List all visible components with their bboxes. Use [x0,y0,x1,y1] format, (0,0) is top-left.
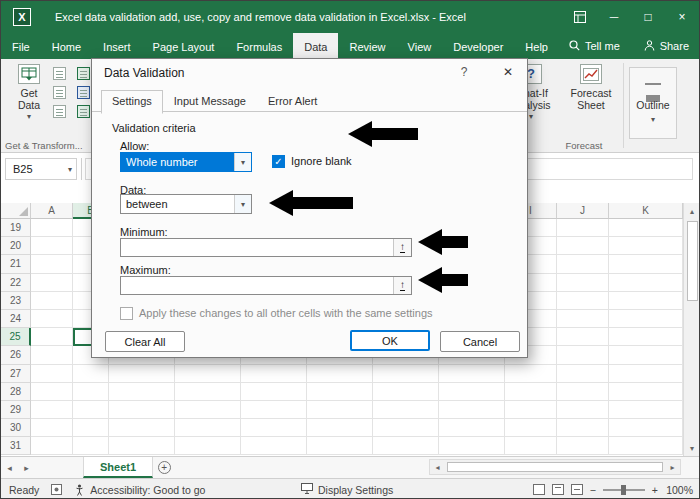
column-header-a[interactable]: A [31,203,73,219]
ribbon-tab-insert[interactable]: Insert [92,33,142,59]
grid-cell-j26[interactable] [557,346,609,364]
ribbon-tab-view[interactable]: View [397,33,443,59]
grid-cell-a28[interactable] [31,383,73,401]
row-header-23[interactable]: 23 [1,292,31,310]
grid-cell-a30[interactable] [31,419,73,437]
vertical-scrollbar[interactable]: ▴ ▾ [683,203,700,456]
grid-cell-h29[interactable] [439,401,505,419]
grid-cell-e28[interactable] [241,383,307,401]
maximize-button[interactable]: □ [631,1,665,33]
zoom-slider-thumb[interactable] [621,485,626,495]
grid-cell-k26[interactable] [609,346,683,364]
minimize-button[interactable]: ─ [597,1,631,33]
row-header-22[interactable]: 22 [1,274,31,292]
grid-cell-f27[interactable] [307,365,373,383]
grid-cell-j22[interactable] [557,274,609,292]
grid-cell-h28[interactable] [439,383,505,401]
grid-cell-c31[interactable] [109,437,175,455]
maximum-field[interactable]: ↑ [120,276,412,295]
grid-cell-k30[interactable] [609,419,683,437]
grid-cell-j25[interactable] [557,328,609,346]
outline-button[interactable]: Outline ▾ [629,67,677,139]
grid-cell-f29[interactable] [307,401,373,419]
apply-changes-checkbox[interactable] [120,307,133,320]
row-header-31[interactable]: 31 [1,437,31,455]
accessibility-status[interactable]: Accessibility: Good to go [90,484,205,496]
chevron-down-icon[interactable]: ▾ [234,153,251,171]
grid-cell-e30[interactable] [241,419,307,437]
grid-cell-a19[interactable] [31,219,73,237]
row-header-20[interactable]: 20 [1,237,31,255]
grid-cell-e29[interactable] [241,401,307,419]
zoom-level[interactable]: 100% [665,484,693,496]
recent-sources-icon[interactable] [53,86,66,99]
grid-cell-g28[interactable] [373,383,439,401]
clear-all-button[interactable]: Clear All [105,331,185,352]
grid-cell-b29[interactable] [73,401,109,419]
ignore-blank-checkbox[interactable]: ✓ [272,155,285,168]
maximum-input[interactable] [121,277,393,294]
dialog-tab-settings[interactable]: Settings [101,90,163,114]
normal-view-icon[interactable] [533,484,545,495]
grid-cell-c30[interactable] [109,419,175,437]
row-header-29[interactable]: 29 [1,401,31,419]
grid-cell-d28[interactable] [175,383,241,401]
close-button[interactable]: × [665,1,699,33]
scroll-up-icon[interactable]: ▴ [684,203,700,219]
ribbon-tab-file[interactable]: File [1,33,41,59]
grid-cell-i30[interactable] [505,419,557,437]
grid-cell-i27[interactable] [505,365,557,383]
column-header-j[interactable]: J [557,203,609,219]
new-sheet-button[interactable]: + [153,457,175,478]
horizontal-scrollbar[interactable]: ◂ ▸ [429,459,681,475]
ribbon-tab-page-layout[interactable]: Page Layout [142,33,226,59]
grid-cell-i28[interactable] [505,383,557,401]
grid-cell-e27[interactable] [241,365,307,383]
grid-cell-a21[interactable] [31,255,73,273]
table-icon[interactable] [77,67,90,80]
grid-cell-f30[interactable] [307,419,373,437]
dialog-help-button[interactable]: ? [453,62,475,82]
grid-cell-a22[interactable] [31,274,73,292]
grid-cell-k27[interactable] [609,365,683,383]
column-header-k[interactable]: K [609,203,683,219]
display-settings[interactable]: Display Settings [301,483,393,496]
accessibility-icon[interactable] [74,484,85,496]
tell-me-box[interactable]: Tell me [559,33,630,59]
row-header-25[interactable]: 25 [1,328,31,346]
dialog-tab-input-message[interactable]: Input Message [163,90,257,114]
grid-cell-j30[interactable] [557,419,609,437]
grid-cell-k22[interactable] [609,274,683,292]
grid-cell-g30[interactable] [373,419,439,437]
ribbon-tab-developer[interactable]: Developer [442,33,514,59]
grid-cell-d27[interactable] [175,365,241,383]
grid-cell-d31[interactable] [175,437,241,455]
grid-cell-c29[interactable] [109,401,175,419]
grid-cell-b31[interactable] [73,437,109,455]
grid-cell-g29[interactable] [373,401,439,419]
grid-cell-a23[interactable] [31,292,73,310]
ribbon-tab-review[interactable]: Review [338,33,396,59]
existing-connections-icon[interactable] [77,86,90,99]
grid-cell-a31[interactable] [31,437,73,455]
zoom-out-icon[interactable]: − [590,484,596,496]
sheet-nav-right-icon[interactable]: ▸ [18,457,35,478]
grid-cell-k21[interactable] [609,255,683,273]
grid-cell-a29[interactable] [31,401,73,419]
grid-cell-j29[interactable] [557,401,609,419]
grid-cell-g27[interactable] [373,365,439,383]
scroll-down-icon[interactable]: ▾ [684,440,700,456]
grid-cell-j24[interactable] [557,310,609,328]
grid-cell-k28[interactable] [609,383,683,401]
grid-cell-d29[interactable] [175,401,241,419]
zoom-in-icon[interactable]: + [652,484,658,496]
grid-cell-a20[interactable] [31,237,73,255]
grid-cell-k31[interactable] [609,437,683,455]
grid-cell-g31[interactable] [373,437,439,455]
grid-cell-h30[interactable] [439,419,505,437]
grid-cell-j21[interactable] [557,255,609,273]
grid-cell-k25[interactable] [609,328,683,346]
minimum-input[interactable] [121,239,393,256]
grid-cell-j23[interactable] [557,292,609,310]
row-header-19[interactable]: 19 [1,219,31,237]
